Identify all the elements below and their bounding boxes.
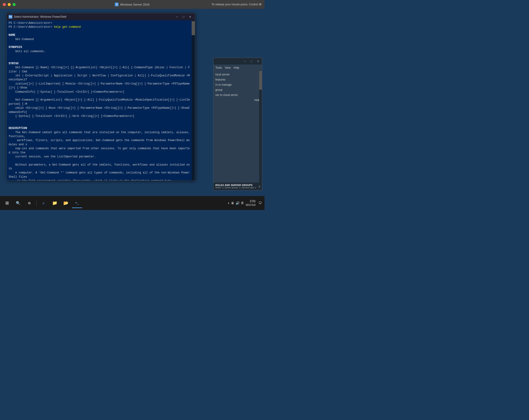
network-icon[interactable]: 🖥	[231, 201, 234, 205]
mac-close-button[interactable]	[3, 3, 6, 6]
ps-title-left: PS Select Administrator: Windows PowerSh…	[9, 15, 66, 19]
search-icon: 🔍	[16, 201, 21, 205]
sm-local-server[interactable]: local server	[215, 73, 260, 76]
search-button[interactable]: 🔍	[13, 198, 23, 208]
sm-view-menu[interactable]: View	[225, 66, 231, 69]
ps-window-controls[interactable]: ─ □ ✕	[174, 14, 193, 19]
sm-help-menu[interactable]: Help	[234, 66, 239, 69]
ps-scrollbar[interactable]	[192, 20, 195, 180]
edge-icon: e	[43, 201, 44, 206]
ps-window-icon: PS	[9, 15, 12, 19]
mac-titlebar: S Windows Server 2016 To release your mo…	[0, 0, 264, 9]
folder-icon: 📂	[63, 200, 68, 206]
ps-content-area: PS C:\Users\Administrator> PS C:\Users\A…	[7, 20, 195, 180]
ps-titlebar: PS Select Administrator: Windows PowerSh…	[7, 13, 195, 20]
powershell-window: PS Select Administrator: Windows PowerSh…	[7, 13, 195, 181]
task-view-button[interactable]: ⧉	[24, 198, 34, 208]
mac-maximize-button[interactable]	[13, 3, 16, 6]
ps-close-button[interactable]: ✕	[187, 14, 193, 19]
sm-scrollbar-thumb[interactable]	[259, 71, 262, 90]
server-manager-window: ─ □ ✕ Tools View Help local server featu…	[213, 58, 262, 190]
sm-content: local server features rs to manage group…	[213, 71, 262, 109]
file-explorer-icon: 📁	[52, 200, 57, 206]
mac-traffic-lights	[3, 3, 16, 6]
vm-icon: S	[115, 2, 119, 6]
mac-minimize-button[interactable]	[8, 3, 11, 6]
clock-time: 2:01	[246, 199, 256, 203]
sm-titlebar: ─ □ ✕	[213, 58, 262, 65]
taskbar-left: ⊞ 🔍 ⧉ e 📁 📂 >_	[2, 198, 82, 208]
sm-cloud-service[interactable]: ver to cloud servic	[215, 93, 260, 97]
tray-icons: ∧ 🖥 🔊 英	[228, 201, 244, 205]
ps-scrollbar-thumb[interactable]	[192, 21, 195, 35]
windows-flag-icon: ⊞	[5, 200, 9, 206]
powershell-taskbar-button[interactable]: >_	[72, 198, 82, 208]
sm-hide-button[interactable]: Hide	[215, 98, 260, 102]
ime-indicator[interactable]: 英	[241, 201, 244, 205]
taskbar-right: ∧ 🖥 🔊 英 2:01 2017/1/2 🗨	[228, 199, 263, 207]
roles-chevron-icon: ∨	[258, 185, 261, 188]
powershell-icon: >_	[75, 201, 79, 204]
sm-close-button[interactable]: ✕	[255, 59, 261, 64]
show-hidden-button[interactable]: ∧	[228, 202, 230, 205]
roles-title: ROLES AND SERVER GROUPS	[215, 184, 260, 186]
mac-window-title: S Windows Server 2016	[115, 2, 149, 6]
sm-group[interactable]: group	[215, 88, 260, 92]
edge-button[interactable]: e	[39, 198, 49, 208]
desktop: PS Select Administrator: Windows PowerSh…	[0, 9, 264, 196]
volume-icon[interactable]: 🔊	[236, 201, 239, 205]
task-view-icon: ⧉	[28, 201, 30, 205]
ps-window-title: Select Administrator: Windows PowerShell	[14, 15, 66, 18]
taskbar: ⊞ 🔍 ⧉ e 📁 📂 >_ ∧ 🖥 🔊 英 2:01 2017	[0, 196, 264, 210]
sm-arrow-right[interactable]: ›	[215, 104, 260, 107]
folder-button[interactable]: 📂	[61, 198, 71, 208]
file-explorer-button[interactable]: 📁	[50, 198, 60, 208]
sm-menubar: Tools View Help	[213, 65, 262, 71]
sm-scrollbar[interactable]	[259, 71, 262, 190]
mac-release-hint: To release your mouse press: Control-⌘	[212, 3, 262, 6]
start-button[interactable]: ⊞	[2, 198, 12, 208]
ps-minimize-button[interactable]: ─	[174, 14, 180, 19]
ps-maximize-button[interactable]: □	[180, 14, 186, 19]
roles-bar[interactable]: ROLES AND SERVER GROUPS Roles: 1 | Serve…	[213, 183, 262, 190]
system-clock[interactable]: 2:01 2017/1/2	[246, 199, 256, 207]
ps-text-output[interactable]: PS C:\Users\Administrator> PS C:\Users\A…	[7, 20, 192, 180]
taskbar-separator	[36, 199, 37, 207]
sm-features[interactable]: features	[215, 78, 260, 81]
action-center-button[interactable]: 🗨	[258, 200, 263, 206]
sm-servers-to-manage[interactable]: rs to manage	[215, 83, 260, 86]
sm-minimize-button[interactable]: ─	[242, 59, 248, 64]
sm-maximize-button[interactable]: □	[249, 59, 254, 64]
clock-date: 2017/1/2	[246, 203, 256, 207]
sm-tools-menu[interactable]: Tools	[215, 66, 222, 69]
roles-subtitle: Roles: 1 | Server groups: 1 | Servers to…	[215, 186, 260, 189]
action-center-icon: 🗨	[258, 201, 262, 205]
